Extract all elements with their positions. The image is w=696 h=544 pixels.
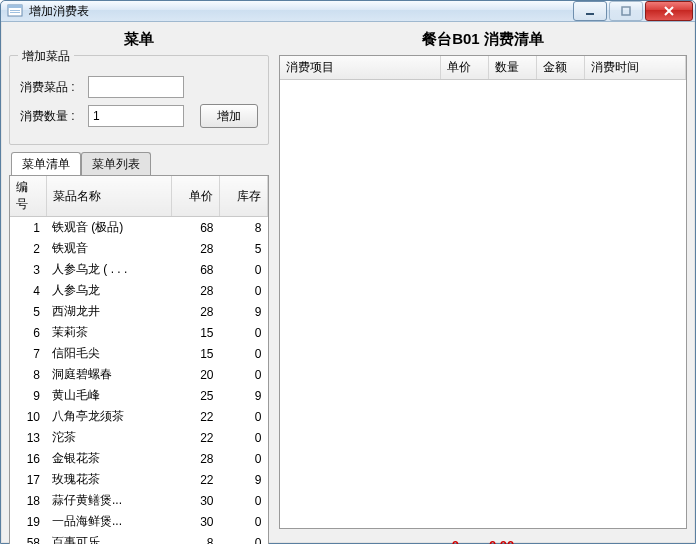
cell-price: 15 [172, 322, 220, 343]
cell-price: 30 [172, 511, 220, 532]
table-row[interactable]: 6茉莉茶150 [10, 322, 268, 343]
table-row[interactable]: 19一品海鲜煲...300 [10, 511, 268, 532]
total-qty: 0 [452, 538, 459, 545]
cell-price: 28 [172, 301, 220, 322]
cell-price: 28 [172, 238, 220, 259]
cell-price: 68 [172, 259, 220, 280]
order-col-amount[interactable]: 金额 [536, 56, 584, 80]
titlebar[interactable]: 增加消费表 [1, 1, 695, 22]
cell-name: 铁观音 [46, 238, 172, 259]
table-row[interactable]: 3人参乌龙 ( . . .680 [10, 259, 268, 280]
cell-price: 22 [172, 427, 220, 448]
svg-rect-3 [10, 12, 20, 13]
dish-input[interactable] [88, 76, 184, 98]
cell-name: 黄山毛峰 [46, 385, 172, 406]
maximize-icon [621, 6, 631, 16]
cell-stock: 0 [220, 343, 268, 364]
cell-price: 22 [172, 469, 220, 490]
cell-id: 7 [10, 343, 46, 364]
window-title: 增加消费表 [29, 3, 573, 20]
cell-stock: 0 [220, 280, 268, 301]
menu-listview[interactable]: 编号 菜品名称 单价 库存 1铁观音 (极品)6882铁观音2853人参乌龙 (… [10, 176, 268, 544]
order-col-time[interactable]: 消费时间 [584, 56, 686, 80]
cell-stock: 0 [220, 259, 268, 280]
cell-name: 百事可乐 [46, 532, 172, 544]
cell-stock: 0 [220, 532, 268, 544]
table-row[interactable]: 58百事可乐80 [10, 532, 268, 544]
cell-id: 6 [10, 322, 46, 343]
maximize-button[interactable] [609, 1, 643, 21]
table-row[interactable]: 10八角亭龙须茶220 [10, 406, 268, 427]
cell-id: 58 [10, 532, 46, 544]
cell-name: 铁观音 (极品) [46, 217, 172, 239]
table-row[interactable]: 8洞庭碧螺春200 [10, 364, 268, 385]
cell-name: 金银花茶 [46, 448, 172, 469]
cell-id: 18 [10, 490, 46, 511]
cell-stock: 9 [220, 469, 268, 490]
table-row[interactable]: 1铁观音 (极品)688 [10, 217, 268, 239]
cell-stock: 9 [220, 301, 268, 322]
cell-price: 30 [172, 490, 220, 511]
cell-id: 3 [10, 259, 46, 280]
cell-name: 茉莉茶 [46, 322, 172, 343]
table-row[interactable]: 5西湖龙井289 [10, 301, 268, 322]
table-row[interactable]: 16金银花茶280 [10, 448, 268, 469]
menu-col-stock[interactable]: 库存 [220, 176, 268, 217]
cell-stock: 0 [220, 448, 268, 469]
cell-stock: 0 [220, 364, 268, 385]
cell-stock: 0 [220, 406, 268, 427]
cell-price: 15 [172, 343, 220, 364]
svg-rect-2 [10, 10, 20, 11]
table-row[interactable]: 4人参乌龙280 [10, 280, 268, 301]
dish-label: 消费菜品 : [20, 79, 80, 96]
table-row[interactable]: 9黄山毛峰259 [10, 385, 268, 406]
cell-name: 信阳毛尖 [46, 343, 172, 364]
cell-id: 4 [10, 280, 46, 301]
tab-menu-table[interactable]: 菜单列表 [81, 152, 151, 175]
cell-id: 2 [10, 238, 46, 259]
minimize-button[interactable] [573, 1, 607, 21]
cell-price: 25 [172, 385, 220, 406]
right-column: 消费项目 单价 数量 金额 消费时间 0 0.00 确定 取消 [279, 55, 687, 544]
app-icon [7, 3, 23, 19]
cell-price: 28 [172, 448, 220, 469]
add-button[interactable]: 增加 [200, 104, 258, 128]
cell-name: 玫瑰花茶 [46, 469, 172, 490]
order-col-item[interactable]: 消费项目 [280, 56, 440, 80]
order-listview[interactable]: 消费项目 单价 数量 金额 消费时间 [280, 56, 686, 528]
cell-stock: 5 [220, 238, 268, 259]
order-col-price[interactable]: 单价 [440, 56, 488, 80]
cell-name: 沱茶 [46, 427, 172, 448]
svg-rect-1 [8, 5, 22, 8]
cell-stock: 0 [220, 490, 268, 511]
menu-col-name[interactable]: 菜品名称 [46, 176, 172, 217]
qty-input[interactable] [88, 105, 184, 127]
table-row[interactable]: 2铁观音285 [10, 238, 268, 259]
tabs: 菜单清单 菜单列表 [9, 153, 269, 175]
cell-name: 一品海鲜煲... [46, 511, 172, 532]
window-buttons [573, 1, 693, 21]
order-list-wrap: 消费项目 单价 数量 金额 消费时间 [279, 55, 687, 529]
cell-id: 8 [10, 364, 46, 385]
close-icon [663, 6, 675, 16]
cell-stock: 8 [220, 217, 268, 239]
cell-id: 5 [10, 301, 46, 322]
cell-id: 10 [10, 406, 46, 427]
cell-id: 1 [10, 217, 46, 239]
order-col-qty[interactable]: 数量 [488, 56, 536, 80]
table-row[interactable]: 18蒜仔黄鳝煲...300 [10, 490, 268, 511]
table-row[interactable]: 7信阳毛尖150 [10, 343, 268, 364]
cell-price: 8 [172, 532, 220, 544]
table-row[interactable]: 13沱茶220 [10, 427, 268, 448]
left-column: 增加菜品 消费菜品 : 消费数量 : 增加 菜单清单 菜单列表 [9, 55, 269, 544]
total-amount: 0.00 [489, 538, 514, 545]
table-row[interactable]: 17玫瑰花茶229 [10, 469, 268, 490]
cell-stock: 0 [220, 511, 268, 532]
order-heading: 餐台B01 消费清单 [279, 28, 687, 55]
close-button[interactable] [645, 1, 693, 21]
tab-menu-list[interactable]: 菜单清单 [11, 152, 81, 175]
menu-col-id[interactable]: 编号 [10, 176, 46, 217]
cell-price: 22 [172, 406, 220, 427]
cell-id: 13 [10, 427, 46, 448]
menu-col-price[interactable]: 单价 [172, 176, 220, 217]
